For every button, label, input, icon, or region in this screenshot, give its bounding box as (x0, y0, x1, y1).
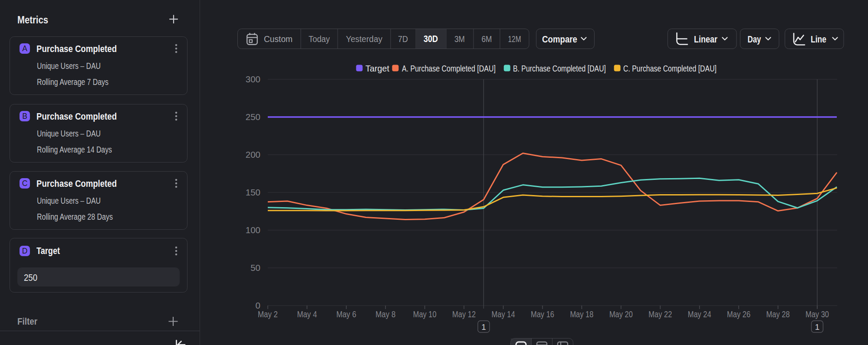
svg-text:May 8: May 8 (375, 309, 395, 319)
svg-text:250: 250 (246, 112, 260, 122)
svg-text:Filter: Filter (17, 316, 37, 327)
svg-text:30D: 30D (424, 34, 438, 44)
svg-text:1: 1 (481, 322, 486, 332)
svg-text:Target: Target (365, 63, 389, 73)
svg-text:Unique Users – DAU: Unique Users – DAU (37, 61, 101, 71)
svg-text:200: 200 (246, 150, 260, 159)
svg-text:Metrics: Metrics (17, 14, 48, 26)
svg-text:Rolling Average 14 Days: Rolling Average 14 Days (37, 145, 112, 154)
svg-text:May 26: May 26 (727, 309, 750, 319)
svg-text:300: 300 (246, 74, 260, 84)
svg-text:May 2: May 2 (258, 309, 278, 319)
svg-text:May 20: May 20 (609, 309, 633, 319)
svg-text:May 24: May 24 (688, 309, 711, 319)
svg-text:100: 100 (246, 225, 260, 235)
svg-text:Unique Users – DAU: Unique Users – DAU (37, 129, 101, 138)
svg-text:Purchase Completed: Purchase Completed (36, 43, 117, 54)
svg-text:May 22: May 22 (648, 309, 672, 319)
svg-text:7D: 7D (398, 34, 408, 44)
svg-text:B: B (22, 112, 27, 120)
svg-text:May 4: May 4 (297, 309, 317, 319)
svg-text:Today: Today (309, 34, 330, 44)
svg-text:A: A (22, 44, 27, 53)
svg-text:Unique Users – DAU: Unique Users – DAU (37, 196, 101, 205)
svg-text:Purchase Completed: Purchase Completed (36, 111, 117, 122)
svg-text:A. Purchase Completed [DAU]: A. Purchase Completed [DAU] (402, 63, 496, 73)
svg-text:Compare: Compare (542, 34, 577, 45)
svg-text:6M: 6M (482, 34, 492, 44)
svg-text:May 18: May 18 (570, 309, 593, 319)
svg-text:250: 250 (24, 272, 37, 283)
svg-text:D: D (22, 247, 28, 255)
svg-text:C. Purchase Completed [DAU]: C. Purchase Completed [DAU] (623, 63, 717, 73)
svg-text:May 14: May 14 (492, 309, 515, 319)
svg-text:Rolling Average 7 Days: Rolling Average 7 Days (37, 77, 108, 87)
svg-text:Yesterday: Yesterday (346, 34, 382, 44)
svg-text:1: 1 (815, 322, 820, 332)
svg-text:Linear: Linear (694, 34, 717, 45)
svg-text:Rolling Average 28 Days: Rolling Average 28 Days (37, 212, 113, 221)
svg-text:Custom: Custom (264, 34, 293, 44)
svg-text:Purchase Completed: Purchase Completed (36, 178, 117, 189)
svg-text:May 6: May 6 (336, 309, 356, 319)
svg-text:Target: Target (36, 245, 60, 256)
svg-text:May 10: May 10 (413, 309, 437, 319)
svg-text:150: 150 (246, 187, 260, 197)
svg-text:Line: Line (811, 34, 826, 45)
svg-text:3M: 3M (454, 34, 465, 44)
svg-text:B. Purchase Completed [DAU]: B. Purchase Completed [DAU] (513, 63, 606, 73)
svg-text:May 12: May 12 (452, 309, 476, 319)
svg-text:Day: Day (748, 34, 762, 45)
svg-text:May 28: May 28 (766, 309, 790, 319)
svg-text:C: C (22, 179, 28, 188)
svg-text:May 16: May 16 (531, 309, 554, 319)
svg-text:12M: 12M (508, 34, 521, 44)
svg-text:50: 50 (250, 263, 260, 273)
svg-text:0: 0 (256, 300, 260, 310)
svg-text:May 30: May 30 (806, 309, 829, 319)
